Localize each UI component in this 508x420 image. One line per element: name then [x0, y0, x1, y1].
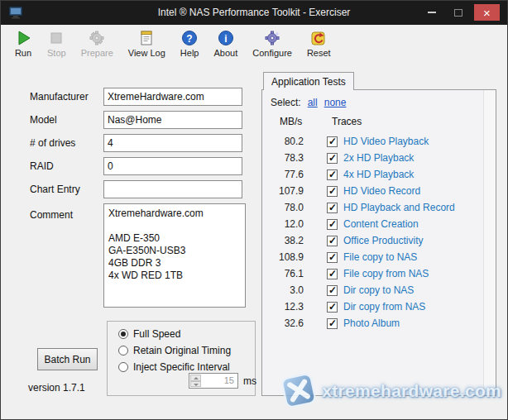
interval-spinner: 15: [189, 373, 238, 389]
manufacturer-field: Manufacturer: [30, 88, 253, 106]
test-checkbox[interactable]: [327, 252, 338, 263]
test-row: 32.6Photo Album: [262, 315, 482, 332]
test-mbs: 78.3: [267, 152, 304, 164]
interval-unit-label: ms: [243, 375, 256, 387]
list-headers: MB/s Traces: [262, 116, 496, 129]
version-label: version 1.7.1: [28, 382, 85, 394]
drives-input[interactable]: [103, 134, 242, 152]
select-label: Select:: [271, 97, 301, 108]
test-trace-label: Content Creation: [343, 218, 419, 230]
tab-application-tests[interactable]: Application Tests: [263, 72, 354, 90]
comment-label: Comment: [30, 209, 73, 221]
help-icon: ?: [180, 29, 199, 47]
spinner-down-icon[interactable]: [190, 381, 201, 388]
batch-run-button[interactable]: Batch Run: [37, 348, 98, 370]
test-checkbox[interactable]: [327, 318, 338, 329]
test-row: 107.9HD Video Record: [262, 183, 482, 199]
test-trace-label: 2x HD Playback: [343, 152, 414, 164]
chart-entry-field: Chart Entry: [30, 180, 253, 198]
configure-gear-icon: [263, 29, 281, 47]
spinner-arrows: [190, 375, 201, 387]
radio-full-speed[interactable]: Full Speed: [118, 327, 180, 341]
radio-retain-original-timing[interactable]: Retain Original Timing: [118, 344, 231, 357]
test-checkbox[interactable]: [327, 153, 338, 164]
model-input[interactable]: [103, 111, 242, 129]
raid-field: RAID: [30, 157, 253, 175]
test-trace-label: HD Video Playback: [343, 136, 429, 147]
manufacturer-input[interactable]: [103, 88, 242, 106]
radio-icon: [118, 329, 128, 339]
test-mbs: 12.3: [267, 301, 304, 313]
test-trace-label: HD Playback and Record: [343, 202, 455, 213]
minimize-icon: [428, 12, 436, 13]
mbs-column-header: MB/s: [280, 116, 302, 127]
test-trace-label: Dir copy from NAS: [343, 301, 425, 313]
test-checkbox[interactable]: [327, 302, 338, 313]
close-icon: ×: [483, 7, 491, 19]
test-checkbox[interactable]: [327, 136, 338, 147]
titlebar: Intel ® NAS Performance Toolkit - Exerci…: [1, 1, 507, 25]
test-checkbox[interactable]: [327, 169, 338, 180]
configure-button[interactable]: Configure: [247, 27, 297, 60]
test-row: 78.0HD Playback and Record: [262, 199, 482, 216]
test-trace-label: HD Video Record: [343, 185, 420, 197]
test-mbs: 78.0: [267, 202, 304, 213]
reset-button[interactable]: Reset: [302, 27, 336, 60]
help-button[interactable]: ? Help: [175, 27, 204, 60]
window-controls: ×: [421, 4, 500, 21]
test-mbs: 3.0: [267, 284, 304, 296]
test-row: 76.1File copy from NAS: [262, 265, 482, 282]
prepare-gear-icon: [88, 29, 106, 47]
run-button[interactable]: Run: [9, 27, 37, 60]
test-trace-label: Photo Album: [343, 317, 400, 329]
raid-input[interactable]: [103, 157, 242, 175]
test-mbs: 12.0: [267, 218, 304, 230]
reset-icon: [309, 29, 328, 47]
drives-field: # of drives: [30, 134, 253, 152]
select-all-link[interactable]: all: [308, 97, 318, 108]
interval-row: 15 ms: [189, 373, 256, 389]
test-row: 108.9File copy to NAS: [262, 249, 482, 265]
view-log-icon: [137, 29, 156, 47]
chart-entry-label: Chart Entry: [30, 180, 80, 198]
test-trace-label: File copy to NAS: [343, 251, 417, 263]
test-row: 12.0Content Creation: [262, 216, 482, 232]
test-trace-label: 4x HD Playback: [343, 169, 414, 180]
view-log-button[interactable]: View Log: [123, 27, 170, 60]
test-checkbox[interactable]: [327, 285, 338, 296]
test-trace-label: Dir copy to NAS: [343, 284, 414, 296]
close-button[interactable]: ×: [474, 4, 500, 21]
about-info-icon: i: [217, 29, 235, 47]
spinner-up-icon[interactable]: [190, 375, 201, 381]
about-button[interactable]: i About: [208, 27, 242, 60]
speed-options-group: Full Speed Retain Original Timing Inject…: [107, 321, 256, 396]
manufacturer-label: Manufacturer: [30, 88, 89, 106]
radio-inject-specific-interval[interactable]: Inject Specific Interval: [118, 360, 230, 374]
run-icon: [14, 29, 32, 47]
maximize-button[interactable]: [448, 4, 469, 21]
test-row: 38.2Office Productivity: [262, 232, 482, 249]
tests-scrollbar[interactable]: [483, 90, 496, 395]
test-checkbox[interactable]: [327, 203, 338, 213]
tests-panel: Select: all none MB/s Traces 80.2HD Vide…: [261, 89, 496, 396]
comment-input[interactable]: Xtremehardware.com AMD E-350 GA-E350N-US…: [103, 203, 246, 308]
chart-entry-input[interactable]: [103, 180, 242, 198]
test-checkbox[interactable]: [327, 236, 338, 246]
test-trace-label: Office Productivity: [343, 235, 423, 246]
maximize-icon: [454, 9, 462, 17]
test-row: 78.32x HD Playback: [262, 150, 482, 166]
test-mbs: 32.6: [267, 317, 304, 329]
test-mbs: 77.6: [267, 169, 304, 180]
minimize-button[interactable]: [421, 4, 443, 21]
test-checkbox[interactable]: [327, 269, 338, 279]
test-checkbox[interactable]: [327, 219, 338, 230]
select-none-link[interactable]: none: [324, 97, 347, 108]
drives-label: # of drives: [30, 134, 75, 152]
test-checkbox[interactable]: [327, 186, 338, 197]
app-window: Intel ® NAS Performance Toolkit - Exerci…: [0, 0, 508, 420]
stop-icon: [47, 29, 65, 47]
test-row: 77.64x HD Playback: [262, 166, 482, 183]
model-label: Model: [30, 111, 57, 129]
test-row: 80.2HD Video Playback: [262, 133, 482, 150]
toolbar: Run Stop Prepare: [1, 25, 507, 65]
